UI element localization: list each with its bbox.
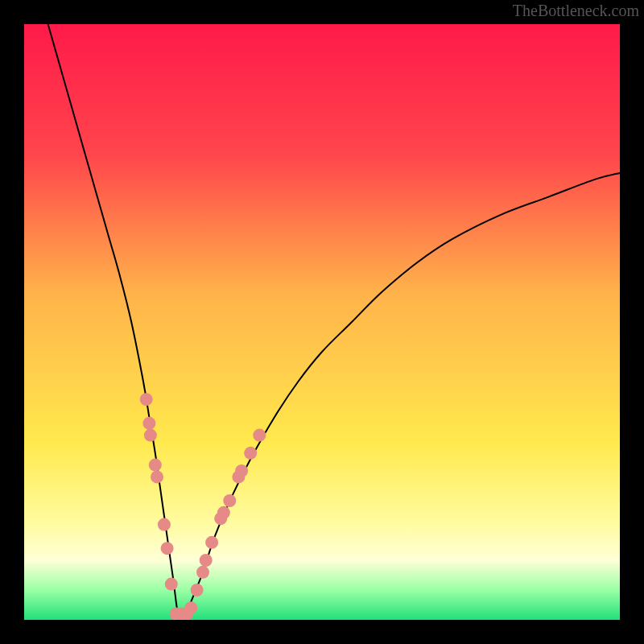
curve-marker [235,464,248,477]
watermark-label: TheBottleneck.com [513,2,639,20]
curve-marker [158,518,171,531]
curve-marker [200,554,213,567]
chart-stage: TheBottleneck.com [0,0,644,644]
curve-marker [244,447,257,460]
curve-markers [24,24,620,620]
curve-marker [140,393,153,406]
curve-marker [151,470,163,483]
curve-marker [191,584,204,597]
curve-marker [217,506,230,519]
curve-marker [144,429,157,442]
curve-marker [161,542,174,555]
plot-area [24,24,620,620]
curve-marker [223,494,236,507]
curve-marker [165,578,178,591]
curve-marker [253,429,266,442]
curve-marker [196,566,209,579]
curve-marker [205,536,218,549]
curve-marker [142,417,155,430]
curve-marker [184,601,197,614]
curve-marker [149,459,162,472]
